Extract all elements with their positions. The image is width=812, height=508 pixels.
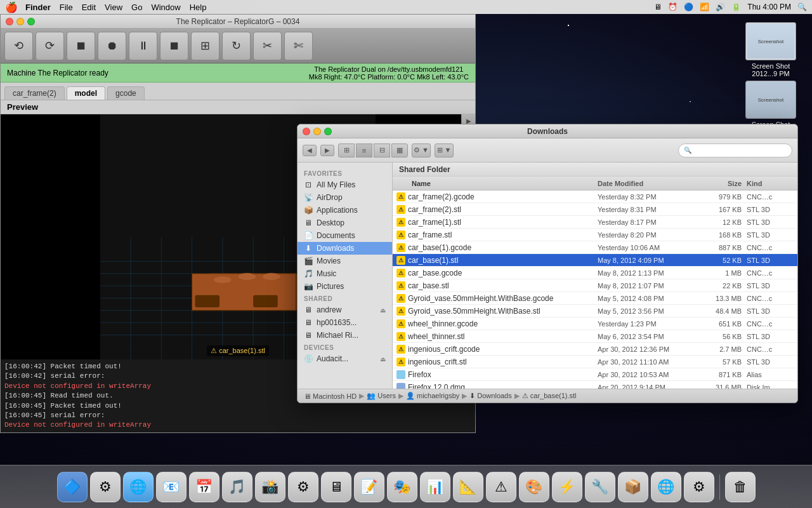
dock-item-finder[interactable]: 🔷 xyxy=(57,472,88,502)
menu-finder[interactable]: Finder xyxy=(25,3,51,12)
sidebar-item-hp[interactable]: 🖥 hp001635... xyxy=(298,316,392,329)
finder-maximize-button[interactable] xyxy=(324,128,332,135)
sidebar-item-michael[interactable]: 🖥 Michael Ri... xyxy=(298,329,392,342)
sidebar-item-music[interactable]: 🎵 Music xyxy=(298,267,392,280)
dock-item-19[interactable]: 🌐 xyxy=(651,472,681,502)
close-button[interactable] xyxy=(6,18,13,25)
dock-item-3[interactable]: 🌐 xyxy=(123,472,154,502)
eject-audacity-icon[interactable]: ⏏ xyxy=(380,356,386,363)
file-row[interactable]: Firefox Apr 30, 2012 10:53 AM 871 KB Ali… xyxy=(393,368,797,381)
toolbar-btn-10[interactable]: ✄ xyxy=(284,32,313,60)
sidebar-item-audacity[interactable]: 💿 Audacit... ⏏ xyxy=(298,352,392,365)
dock-item-20[interactable]: ⚙ xyxy=(684,472,714,502)
downloads-icon: ⬇ xyxy=(304,244,313,253)
breadcrumb-users: 👥 Users xyxy=(367,392,396,400)
file-row[interactable]: ⚠ Gyroid_vase.50mmHeight.WithBase.gcode … xyxy=(393,292,797,305)
file-row[interactable]: ⚠ car_frame(1).stl Yesterday 8:17 PM 12 … xyxy=(393,216,797,229)
file-row[interactable]: ⚠ car_frame.stl Yesterday 8:20 PM 168 KB… xyxy=(393,229,797,241)
finder-minimize-button[interactable] xyxy=(313,128,321,135)
dock-item-17[interactable]: 🔧 xyxy=(585,472,615,502)
sidebar-item-movies[interactable]: 🎬 Movies xyxy=(298,255,392,267)
dock-item-6[interactable]: 🎵 xyxy=(222,472,252,502)
dock-item-16[interactable]: ⚡ xyxy=(552,472,582,502)
sidebar-item-downloads[interactable]: ⬇ Downloads xyxy=(298,242,392,255)
file-row[interactable]: ⚠ car_base.gcode May 8, 2012 1:13 PM 1 M… xyxy=(393,267,797,279)
file-row[interactable]: ⚠ car_base(1).stl May 8, 2012 4:09 PM 52… xyxy=(393,254,797,267)
dock-item-13[interactable]: 📐 xyxy=(453,472,483,502)
toolbar-btn-6[interactable]: ⏹ xyxy=(160,32,188,60)
finder-search[interactable]: 🔍 xyxy=(678,144,792,157)
finder-forward-button[interactable]: ▶ xyxy=(320,145,334,156)
airdrop-icon: 📡 xyxy=(304,193,313,202)
desktop-icon-screenshot1[interactable]: Screenshot Screen Shot2012...9 PM xyxy=(739,22,802,77)
menu-help[interactable]: Help xyxy=(190,3,207,12)
menu-file[interactable]: File xyxy=(60,3,73,12)
dock-item-5[interactable]: 📅 xyxy=(189,472,219,502)
col-header-kind[interactable]: Kind xyxy=(747,180,797,187)
action-button[interactable]: ⚙ ▼ xyxy=(412,144,431,157)
toolbar-btn-1[interactable]: ⟲ xyxy=(4,32,33,60)
file-row[interactable]: ⚠ car_base.stl May 8, 2012 1:07 PM 22 KB… xyxy=(393,279,797,292)
dock-item-2[interactable]: ⚙ xyxy=(90,472,121,502)
spotlight-icon[interactable]: 🔍 xyxy=(797,3,807,11)
dock-item-14[interactable]: ⚠ xyxy=(486,472,516,502)
dock-trash[interactable]: 🗑 xyxy=(725,472,756,502)
dock-item-12[interactable]: 📊 xyxy=(420,472,450,502)
dock-item-18[interactable]: 📦 xyxy=(618,472,648,502)
file-row[interactable]: ⚠ Gyroid_vase.50mmHeight.WithBase.stl Ma… xyxy=(393,305,797,318)
toolbar-btn-5[interactable]: ⏸ xyxy=(129,32,157,60)
menu-edit[interactable]: Edit xyxy=(82,3,96,12)
view-cover-btn[interactable]: ▦ xyxy=(391,144,408,157)
dock-item-4[interactable]: 📧 xyxy=(156,472,187,502)
file-row[interactable]: ⚠ wheel_thinner.gcode Yesterday 1:23 PM … xyxy=(393,318,797,330)
dock-item-10[interactable]: 📝 xyxy=(354,472,384,502)
console-line-7: Device not configured in writeArray xyxy=(4,420,471,430)
file-row[interactable]: ⚠ wheel_thinner.stl May 6, 2012 3:54 PM … xyxy=(393,330,797,343)
finder-back-button[interactable]: ◀ xyxy=(303,145,317,156)
dock-item-8[interactable]: ⚙ xyxy=(288,472,318,502)
finder-close-button[interactable] xyxy=(303,128,310,135)
menu-window[interactable]: Window xyxy=(151,3,180,12)
sidebar-item-applications[interactable]: 📦 Applications xyxy=(298,204,392,217)
apple-menu[interactable]: 🍎 xyxy=(5,1,18,13)
tab-gcode[interactable]: gcode xyxy=(107,86,145,100)
dock-item-7[interactable]: 📸 xyxy=(255,472,285,502)
file-row[interactable]: ⚠ car_base(1).gcode Yesterday 10:06 AM 8… xyxy=(393,241,797,254)
col-header-date[interactable]: Date Modified xyxy=(598,180,699,187)
toolbar-btn-9[interactable]: ✂ xyxy=(253,32,282,60)
sidebar-label-downloads: Downloads xyxy=(317,244,354,253)
file-row[interactable]: ⚠ ingenious_crift.gcode Apr 30, 2012 12:… xyxy=(393,343,797,356)
menu-view[interactable]: View xyxy=(105,3,122,12)
sidebar-item-andrew[interactable]: 🖥 andrew ⏏ xyxy=(298,304,392,316)
view-column-btn[interactable]: ⊟ xyxy=(374,144,390,157)
sidebar-item-all-my-files[interactable]: ⊡ All My Files xyxy=(298,178,392,191)
sidebar-item-desktop[interactable]: 🖥 Desktop xyxy=(298,217,392,229)
col-header-size[interactable]: Size xyxy=(699,180,747,187)
col-header-name[interactable]: Name xyxy=(393,180,598,187)
toolbar-btn-7[interactable]: ⊞ xyxy=(191,32,219,60)
sidebar-item-airdrop[interactable]: 📡 AirDrop xyxy=(298,191,392,204)
sidebar-item-documents[interactable]: 📄 Documents xyxy=(298,229,392,242)
file-row[interactable]: ⚠ ingenious_crift.stl Apr 30, 2012 11:10… xyxy=(393,356,797,368)
sidebar-item-pictures[interactable]: 📷 Pictures xyxy=(298,280,392,293)
view-list-btn[interactable]: ≡ xyxy=(356,144,372,157)
toolbar-btn-2[interactable]: ⟳ xyxy=(36,32,64,60)
view-icon-btn[interactable]: ⊞ xyxy=(338,144,355,157)
file-row[interactable]: ⚠ car_frame(2).stl Yesterday 8:31 PM 167… xyxy=(393,203,797,216)
tab-car-frame[interactable]: car_frame(2) xyxy=(4,86,65,100)
dock-item-9[interactable]: 🖥 xyxy=(321,472,351,502)
toolbar-btn-3[interactable]: ⏹ xyxy=(67,32,95,60)
dock-item-11[interactable]: 🎭 xyxy=(387,472,417,502)
toolbar-btn-8[interactable]: ↻ xyxy=(222,32,251,60)
eject-andrew-icon[interactable]: ⏏ xyxy=(380,307,386,314)
menu-go[interactable]: Go xyxy=(131,3,142,12)
arrange-button[interactable]: ⊞ ▼ xyxy=(435,144,454,157)
tab-model[interactable]: model xyxy=(67,86,105,100)
minimize-button[interactable] xyxy=(16,18,24,25)
file-kind: CNC…c xyxy=(747,295,797,302)
dock-item-15[interactable]: 🎨 xyxy=(519,472,549,502)
maximize-button[interactable] xyxy=(27,18,35,25)
toolbar-btn-4[interactable]: ⏺ xyxy=(98,32,126,60)
file-row[interactable]: ⚠ car_frame(2).gcode Yesterday 8:32 PM 9… xyxy=(393,190,797,203)
file-row[interactable]: Firefox 12.0.dmg Apr 20, 2012 9:14 PM 31… xyxy=(393,381,797,389)
